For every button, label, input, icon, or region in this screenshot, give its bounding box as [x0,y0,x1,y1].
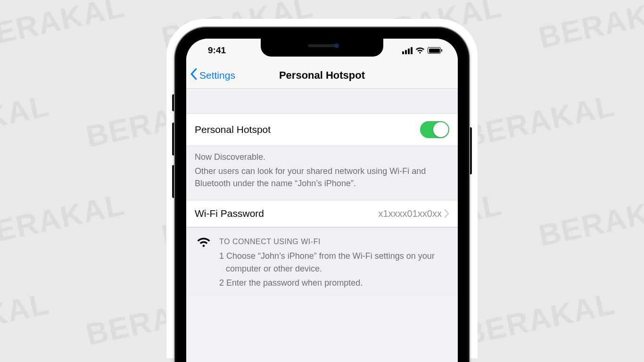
personal-hotspot-toggle[interactable] [420,121,449,138]
status-time: 9:41 [208,45,226,56]
connect-wifi-header: TO CONNECT USING WI-FI [219,236,449,247]
connect-wifi-instructions: TO CONNECT USING WI-FI 1 Choose “John’s … [186,227,458,295]
discoverable-heading: Now Discoverable. [195,151,449,163]
device-notch [261,39,383,57]
personal-hotspot-label: Personal Hotspot [195,124,271,135]
wifi-icon [197,236,211,290]
back-label: Settings [199,70,235,81]
connect-step-1: 1 Choose “John’s iPhone” from the Wi-Fi … [219,250,449,274]
wifi-password-value: x1xxxx01xx0xx [379,208,442,219]
discoverable-body: Other users can look for your shared net… [195,165,449,189]
nav-header: Settings Personal Hotspot [186,62,458,89]
chevron-right-icon [445,209,449,218]
connect-step-2: 2 Enter the password when prompted. [219,277,449,289]
cellular-signal-icon [402,47,413,54]
battery-icon [428,47,441,54]
personal-hotspot-row: Personal Hotspot [186,113,458,146]
discoverable-footer: Now Discoverable. Other users can look f… [186,146,458,200]
wifi-password-row[interactable]: Wi-Fi Password x1xxxx01xx0xx [186,200,458,227]
chevron-left-icon [190,68,198,82]
wifi-icon [415,47,425,54]
back-button[interactable]: Settings [186,68,235,82]
wifi-password-label: Wi-Fi Password [195,208,264,219]
